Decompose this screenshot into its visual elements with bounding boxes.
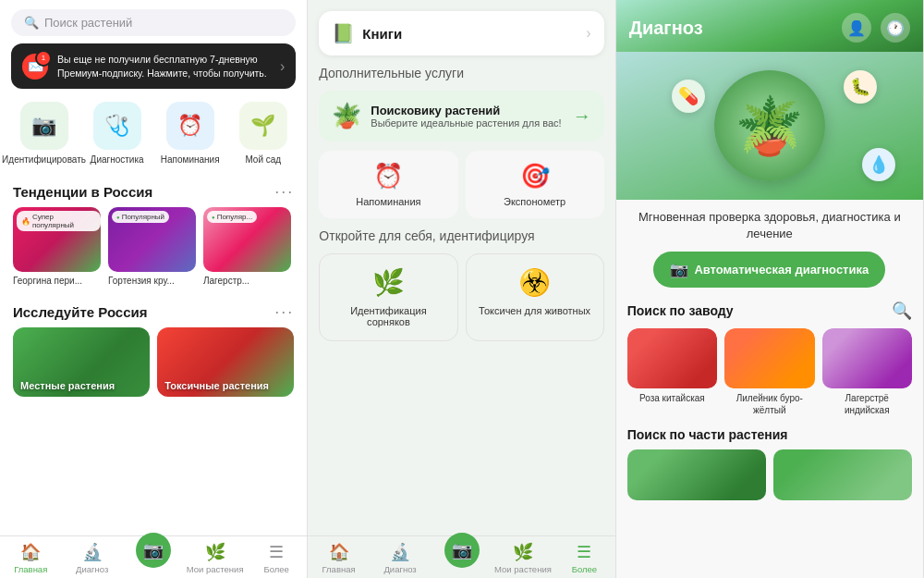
trend-card-0[interactable]: Супер популярный Георгина пери...: [13, 207, 101, 286]
qa-identify[interactable]: 📷 Идентифицировать: [12, 102, 77, 166]
nav-diagnose[interactable]: 🔬 Диагноз: [61, 542, 122, 574]
books-arrow-icon: ›: [586, 25, 590, 42]
panel3-user-icon[interactable]: 👤: [842, 13, 871, 43]
discover-weeds[interactable]: 🌿 Идентификация сорняков: [319, 253, 457, 341]
plant-img-lag2: [822, 328, 912, 388]
service-exponometre[interactable]: 🎯 Экспонометр: [466, 151, 604, 218]
discover-text: Откройте для себя, идентифицируя: [319, 228, 534, 243]
nav2-plants-icon: 🌿: [513, 542, 533, 562]
service-reminders[interactable]: ⏰ Напоминания: [319, 151, 457, 218]
panel3-clock-icon[interactable]: 🕐: [881, 13, 910, 43]
plant-finder-card[interactable]: 🪴 Поисковику растений Выберите идеальные…: [319, 91, 603, 141]
nav-plants-icon: 🌿: [205, 542, 225, 562]
discover-grid: 🌿 Идентификация сорняков ☣️ Токсичен для…: [319, 253, 603, 341]
part-cards: [627, 449, 912, 500]
banner-arrow-icon: ›: [280, 58, 285, 75]
plant-card-lag2[interactable]: Лагерстрё индийская: [822, 328, 912, 416]
nav2-diagnose[interactable]: 🔬 Диагноз: [370, 542, 431, 574]
nav-diagnose-label: Диагноз: [76, 564, 108, 574]
nav2-home-label: Главная: [322, 564, 355, 574]
premium-banner[interactable]: ✉️ Вы еще не получили бесплатную 7-дневн…: [11, 43, 296, 89]
nav2-camera-btn[interactable]: 📷: [444, 533, 480, 568]
trend-cards: Супер популярный Георгина пери... Популя…: [0, 207, 307, 295]
plant-img-lily: [724, 328, 814, 388]
part-search-title: Поиск по части растения: [627, 427, 788, 442]
nav2-home-icon: 🏠: [329, 542, 349, 562]
hero-plant-image: 🪴: [714, 70, 825, 181]
trend-name-1: Гортензия кру...: [108, 276, 196, 286]
panel2-content: 📗 Книги › Дополнительные услуги 🪴 Поиско…: [308, 0, 614, 535]
auto-diag-button[interactable]: 📷 Автоматическая диагностика: [653, 252, 885, 288]
plant-img-rose: [627, 328, 717, 388]
qa-garden[interactable]: 🌱 Мой сад: [231, 102, 296, 166]
qa-reminders-icon: ⏰: [166, 102, 214, 150]
nav2-diagnose-icon: 🔬: [390, 542, 410, 562]
explore-more[interactable]: ···: [274, 302, 294, 322]
qa-garden-icon: 🌱: [239, 102, 287, 150]
additional-services-label: Дополнительные услуги: [319, 65, 603, 81]
plant-search-title: Поиск по заводу: [627, 303, 734, 318]
qa-reminders[interactable]: ⏰ Напоминания: [158, 102, 223, 166]
qa-identify-label: Идентифицировать: [2, 154, 86, 166]
panel3-header: Диагноз 👤 🕐: [616, 0, 923, 52]
panel3-icons: 👤 🕐: [842, 13, 910, 43]
nav2-camera[interactable]: 📷: [431, 542, 492, 574]
nav-camera[interactable]: 📷: [123, 542, 184, 574]
books-card[interactable]: 📗 Книги ›: [319, 11, 603, 55]
discover-weeds-icon: 🌿: [372, 267, 405, 298]
search-icon: 🔍: [24, 16, 39, 30]
panel-home: 🔍 Поиск растений ✉️ Вы еще не получили б…: [0, 0, 308, 578]
part-card-2[interactable]: [773, 449, 912, 500]
part-search-header: Поиск по части растения: [627, 427, 912, 442]
quick-actions: 📷 Идентифицировать 🩺 Диагностика ⏰ Напом…: [0, 98, 307, 175]
discover-toxic[interactable]: ☣️ Токсичен для животных: [466, 253, 604, 341]
service-exponometre-icon: 🎯: [520, 162, 550, 191]
books-icon: 📗: [332, 22, 355, 44]
explore-card-toxic[interactable]: Токсичные растения: [157, 327, 294, 397]
qa-diagnose[interactable]: 🩺 Диагностика: [85, 102, 150, 166]
trend-badge-0: Супер популярный: [17, 211, 101, 231]
nav2-more-label: Более: [572, 564, 597, 574]
qa-diagnose-icon: 🩺: [93, 102, 141, 150]
nav-diagnose-icon: 🔬: [82, 542, 103, 562]
search-bar[interactable]: 🔍 Поиск растений: [11, 9, 296, 36]
nav-more[interactable]: ☰ Более: [246, 542, 307, 574]
plant-card-lily[interactable]: Лилейник буро-жёлтый: [724, 328, 814, 416]
banner-email-icon: ✉️: [22, 54, 48, 80]
explore-card-local[interactable]: Местные растения: [13, 327, 150, 397]
trend-img-1: Популярный: [108, 207, 196, 272]
nav-plants[interactable]: 🌿 Мои растения: [184, 542, 245, 574]
explore-header: Исследуйте Россия ···: [0, 295, 307, 327]
plant-name-rose: Роза китайская: [627, 392, 717, 404]
plant-search-icon[interactable]: 🔍: [892, 301, 912, 321]
trend-name-2: Лагерстр...: [203, 276, 291, 286]
bottom-nav-1: 🏠 Главная 🔬 Диагноз 📷 🌿 Мои растения ☰ Б…: [0, 535, 307, 578]
trend-card-2[interactable]: Популяр... Лагерстр...: [203, 207, 291, 286]
nav-camera-btn[interactable]: 📷: [136, 533, 171, 568]
plant-card-rose[interactable]: Роза китайская: [627, 328, 717, 416]
search-placeholder: Поиск растений: [44, 16, 132, 30]
hero-badge-bug: 🐛: [844, 70, 877, 104]
nav2-more[interactable]: ☰ Более: [553, 542, 614, 574]
panel-more: 📗 Книги › Дополнительные услуги 🪴 Поиско…: [308, 0, 615, 578]
qa-diagnose-label: Диагностика: [91, 154, 144, 166]
panel-diagnosis: Диагноз 👤 🕐 🪴 💊 🐛 💧 Мгновенная проверка …: [616, 0, 924, 578]
hero-badge-drop: 💧: [862, 148, 895, 181]
plant-finder-text: Поисковику растений Выберите идеальные р…: [371, 104, 563, 129]
trend-card-1[interactable]: Популярный Гортензия кру...: [108, 207, 196, 286]
explore-card-local-label: Местные растения: [20, 380, 115, 391]
nav2-plants[interactable]: 🌿 Мои растения: [492, 542, 553, 574]
nav2-home[interactable]: 🏠 Главная: [308, 542, 369, 574]
trends-more[interactable]: ···: [274, 182, 294, 202]
plant-finder-sub: Выберите идеальные растения для вас!: [371, 117, 563, 129]
service-reminders-label: Напоминания: [356, 196, 420, 207]
plant-finder-arrow-icon: →: [573, 105, 591, 127]
service-grid: ⏰ Напоминания 🎯 Экспонометр: [319, 151, 603, 218]
nav-more-label: Более: [263, 564, 288, 574]
part-card-1[interactable]: [627, 449, 766, 500]
nav-home[interactable]: 🏠 Главная: [0, 542, 61, 574]
nav-home-label: Главная: [14, 564, 47, 574]
auto-diag-cam-icon: 📷: [670, 261, 688, 278]
plant-search-header: Поиск по заводу 🔍: [627, 301, 912, 321]
service-reminders-icon: ⏰: [373, 162, 403, 191]
